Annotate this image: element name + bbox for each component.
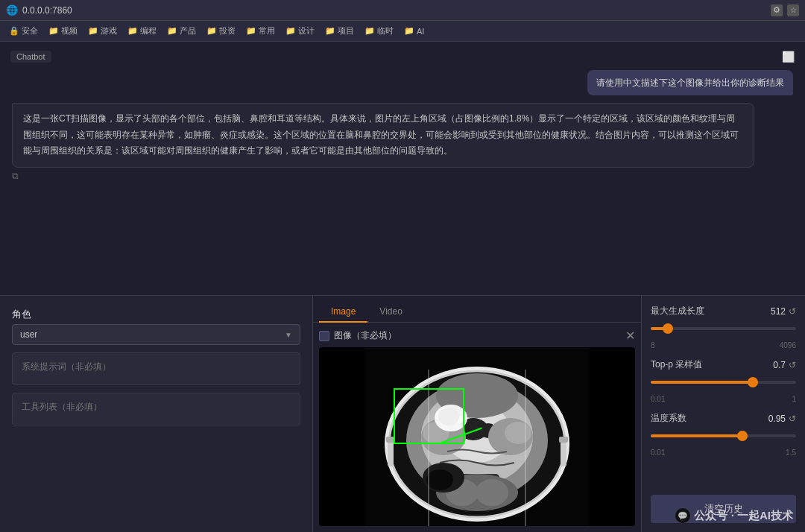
role-label: 角色	[12, 308, 300, 321]
bookmark-item-AI[interactable]: 📁AI	[400, 25, 429, 37]
svg-rect-17	[386, 437, 395, 443]
bookmark-icon-投资: 📁	[206, 26, 217, 36]
max-tokens-reset[interactable]: ↺	[789, 306, 796, 317]
chatbot-header: Chatbot ⬜	[6, 48, 799, 66]
top-p-slider[interactable]	[651, 376, 796, 389]
user-message-bubble: 请使用中文描述下这个图像并给出你的诊断结果	[587, 70, 793, 95]
bookmark-item-项目[interactable]: 📁项目	[321, 24, 359, 38]
bookmark-item-安全[interactable]: 🔒安全	[4, 24, 42, 38]
temperature-label-row: 温度系数 0.95 ↺	[651, 412, 796, 425]
role-select-arrow: ▼	[285, 331, 292, 339]
bookmark-icon-AI: 📁	[404, 26, 414, 36]
svg-point-21	[438, 408, 459, 425]
bookmark-item-常用[interactable]: 📁常用	[242, 24, 280, 38]
main-content: Chatbot ⬜ 请使用中文描述下这个图像并给出你的诊断结果 这是一张CT扫描…	[0, 42, 805, 532]
bookmark-icon-产品: 📁	[167, 26, 177, 36]
bookmark-icon-临时: 📁	[364, 26, 375, 36]
bookmark-item-投资[interactable]: 📁投资	[202, 24, 240, 38]
max-tokens-value: 512	[771, 306, 786, 317]
bot-message: 这是一张CT扫描图像，显示了头部的各个部位，包括脑、鼻腔和耳道等结构。具体来说，…	[12, 103, 793, 181]
top-p-label: Top-p 采样值	[651, 358, 702, 371]
temperature-section: 温度系数 0.95 ↺ 0.01 1.5	[651, 412, 796, 457]
bookmark-item-游戏[interactable]: 📁游戏	[83, 24, 121, 38]
top-p-track	[651, 381, 796, 384]
max-tokens-thumb[interactable]	[663, 323, 673, 334]
top-p-label-row: Top-p 采样值 0.7 ↺	[651, 358, 796, 371]
titlebar-settings-btn[interactable]: ⚙	[771, 4, 783, 16]
role-section: 角色 user ▼	[12, 308, 300, 345]
tools-field[interactable]: 工具列表（非必填）	[12, 393, 300, 425]
temperature-min: 0.01	[651, 449, 665, 457]
max-tokens-label: 最大生成长度	[651, 305, 704, 317]
temperature-track	[651, 434, 796, 437]
top-p-thumb[interactable]	[748, 377, 758, 387]
role-select[interactable]: user ▼	[12, 324, 300, 345]
browser-icon: 🌐	[6, 4, 18, 16]
svg-point-26	[426, 469, 453, 490]
top-p-value: 0.7	[773, 360, 786, 370]
image-upload-label: 图像（非必填）	[334, 329, 397, 342]
titlebar-title: 0.0.0.0:7860	[22, 5, 72, 16]
bookmarks-bar: 🔒安全📁视频📁游戏📁编程📁产品📁投资📁常用📁设计📁项目📁临时📁AI	[0, 21, 805, 42]
bookmark-icon-视频: 📁	[48, 26, 59, 36]
max-tokens-range: 8 4096	[651, 341, 796, 349]
bookmark-icon-常用: 📁	[246, 26, 256, 36]
chat-expand-btn[interactable]: ⬜	[782, 51, 795, 63]
right-panel: 最大生成长度 512 ↺ 8 4096	[641, 296, 805, 532]
image-upload-header: 图像（非必填） ✕	[319, 329, 635, 343]
max-tokens-label-row: 最大生成长度 512 ↺	[651, 305, 796, 317]
temperature-thumb[interactable]	[737, 431, 748, 441]
bookmark-item-设计[interactable]: 📁设计	[281, 24, 319, 38]
image-close-btn[interactable]: ✕	[625, 329, 635, 343]
max-tokens-max: 4096	[780, 341, 796, 349]
temperature-range: 0.01 1.5	[651, 449, 796, 457]
bookmark-icon-安全: 🔒	[9, 26, 19, 36]
chat-messages: 请使用中文描述下这个图像并给出你的诊断结果 这是一张CT扫描图像，显示了头部的各…	[6, 70, 799, 181]
svg-rect-19	[559, 437, 568, 443]
svg-point-11	[505, 422, 531, 444]
image-upload-checkbox[interactable]	[319, 331, 329, 341]
temperature-max: 1.5	[786, 449, 796, 457]
bookmark-icon-编程: 📁	[127, 26, 138, 36]
bottom-section: 角色 user ▼ 系统提示词（非必填） 工具列表（非必填） Image Vid…	[0, 296, 805, 532]
chat-area: Chatbot ⬜ 请使用中文描述下这个图像并给出你的诊断结果 这是一张CT扫描…	[0, 42, 805, 296]
bookmark-icon-游戏: 📁	[88, 26, 98, 36]
bookmark-item-编程[interactable]: 📁编程	[123, 24, 161, 38]
titlebar-controls: ⚙ ☆	[771, 4, 799, 16]
temperature-label: 温度系数	[651, 412, 686, 425]
top-p-range: 0.01 1	[651, 395, 796, 403]
temperature-value: 0.95	[768, 414, 786, 424]
temperature-reset[interactable]: ↺	[789, 414, 796, 424]
left-panel: 角色 user ▼ 系统提示词（非必填） 工具列表（非必填）	[0, 296, 313, 532]
bookmark-icon-设计: 📁	[285, 26, 296, 36]
svg-point-24	[476, 479, 508, 506]
temperature-slider[interactable]	[651, 429, 796, 443]
top-p-reset[interactable]: ↺	[789, 360, 796, 370]
bookmark-item-临时[interactable]: 📁临时	[360, 24, 398, 38]
top-p-max: 1	[792, 395, 796, 403]
bookmark-item-视频[interactable]: 📁视频	[44, 24, 82, 38]
image-panel: 图像（非必填） ✕	[313, 323, 641, 532]
user-message: 请使用中文描述下这个图像并给出你的诊断结果	[12, 70, 793, 95]
bookmark-item-产品[interactable]: 📁产品	[162, 24, 201, 38]
titlebar-star-btn[interactable]: ☆	[787, 4, 799, 16]
ct-scan-image	[365, 347, 589, 526]
bookmark-icon-项目: 📁	[325, 26, 335, 36]
tab-video[interactable]: Video	[367, 302, 414, 323]
copy-message-btn[interactable]: ⧉	[12, 171, 19, 181]
system-prompt-field[interactable]: 系统提示词（非必填）	[12, 352, 300, 385]
clear-history-button[interactable]: 清空历史	[651, 495, 796, 523]
svg-rect-16	[388, 440, 394, 466]
max-tokens-slider[interactable]	[651, 322, 796, 335]
top-p-section: Top-p 采样值 0.7 ↺ 0.01 1	[651, 358, 796, 403]
max-tokens-track	[651, 327, 796, 330]
top-p-fill	[651, 381, 753, 384]
role-select-value: user	[20, 329, 37, 340]
chatbot-label: Chatbot	[10, 51, 51, 63]
temperature-fill	[651, 434, 742, 437]
tab-image[interactable]: Image	[319, 302, 367, 323]
max-tokens-section: 最大生成长度 512 ↺ 8 4096	[651, 305, 796, 349]
ct-image-container	[319, 347, 635, 526]
top-p-min: 0.01	[651, 395, 665, 403]
titlebar: 🌐 0.0.0.0:7860 ⚙ ☆	[0, 0, 805, 21]
